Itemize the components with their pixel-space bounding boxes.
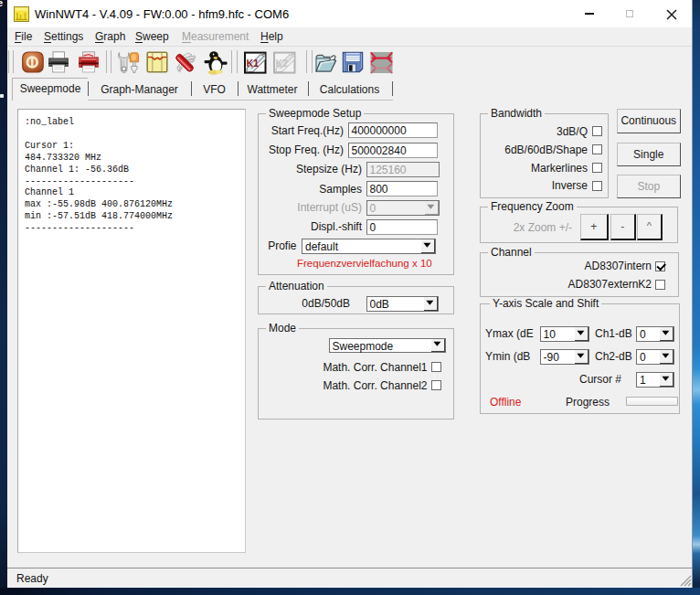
svg-text:K1: K1 [247,58,260,69]
svg-text:K2: K2 [276,58,289,69]
